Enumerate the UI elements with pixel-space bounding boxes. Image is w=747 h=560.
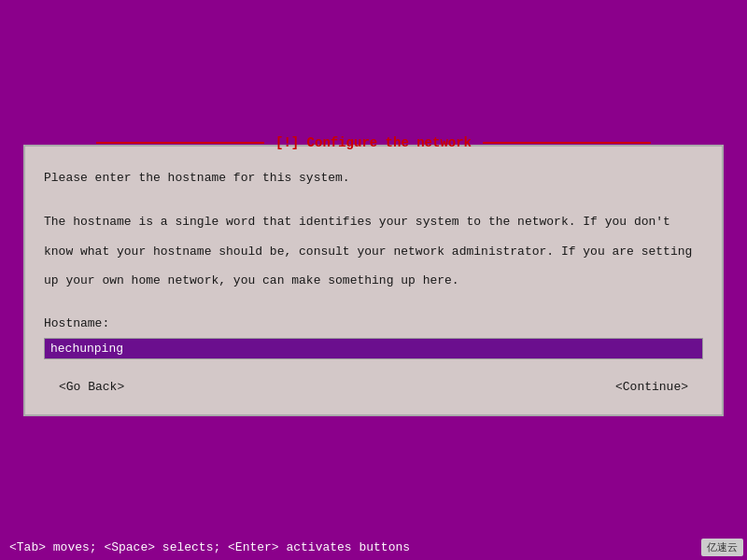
status-bar: <Tab> moves; <Space> selects; <Enter> ac… <box>0 535 747 560</box>
continue-button[interactable]: <Continue> <box>608 378 696 396</box>
hostname-label: Hostname: <box>44 316 703 330</box>
description-line2: The hostname is a single word that ident… <box>44 213 703 231</box>
go-back-button[interactable]: <Go Back> <box>51 378 132 396</box>
dialog-box: [!] Configure the network Please enter t… <box>23 145 724 416</box>
watermark: 亿速云 <box>701 539 743 556</box>
title-line-right <box>483 142 651 144</box>
hostname-selected-text: hechunping <box>49 341 125 357</box>
description-line4: up your own home network, you can make s… <box>44 272 703 290</box>
hostname-input-container[interactable]: hechunping <box>44 338 703 359</box>
dialog-title: [!] Configure the network <box>272 135 475 150</box>
description-line1: Please enter the hostname for this syste… <box>44 169 703 188</box>
status-bar-text: <Tab> moves; <Space> selects; <Enter> ac… <box>9 540 410 554</box>
hostname-rest <box>126 342 747 356</box>
dialog-buttons: <Go Back> <Continue> <box>44 374 703 399</box>
dialog-content: Please enter the hostname for this syste… <box>25 147 722 414</box>
title-line-left <box>96 142 264 144</box>
description-line3: know what your hostname should be, consu… <box>44 243 703 261</box>
dialog-title-bar: [!] Configure the network <box>96 135 651 150</box>
screen: [!] Configure the network Please enter t… <box>0 0 747 560</box>
